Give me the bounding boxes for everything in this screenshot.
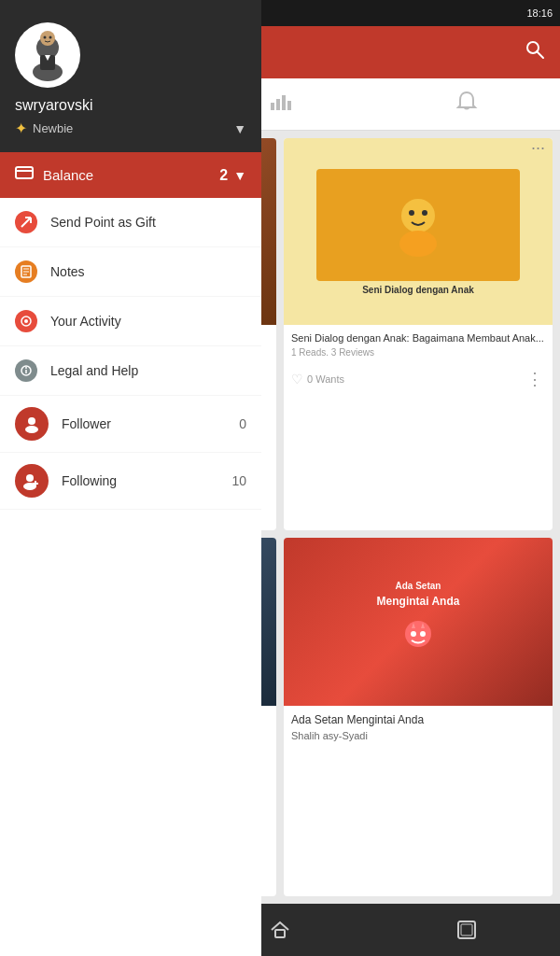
- svg-rect-12: [282, 95, 286, 110]
- more-options-button[interactable]: ···: [524, 131, 553, 165]
- notes-label: Notes: [50, 264, 246, 279]
- dropdown-arrow-icon[interactable]: ▼: [233, 121, 246, 136]
- balance-icon: [15, 163, 34, 187]
- heart-icon: ♡: [291, 372, 303, 387]
- svg-point-38: [25, 367, 27, 369]
- balance-left: Balance: [15, 163, 93, 187]
- book-info: Seni Dialog dengan Anak: Bagaimana Memba…: [284, 325, 553, 365]
- book-card[interactable]: Ada Setan Mengintai Anda: [284, 538, 553, 896]
- more-icon[interactable]: ⋮: [526, 369, 545, 389]
- follower-count: 0: [239, 416, 246, 431]
- send-point-label: Send Point as Gift: [50, 215, 246, 230]
- svg-point-14: [401, 199, 435, 232]
- chart-nav-icon[interactable]: [268, 90, 292, 120]
- following-count: 10: [231, 473, 246, 488]
- following-label: Following: [62, 473, 218, 488]
- search-icon[interactable]: [525, 39, 545, 65]
- balance-right: 2 ▼: [219, 167, 246, 184]
- svg-point-28: [49, 36, 52, 39]
- badge-icon: ✦: [15, 120, 27, 137]
- notes-menu-item[interactable]: Notes: [0, 247, 261, 297]
- drawer-profile: swryarovski ✦ Newbie ▼: [0, 0, 261, 152]
- wants-count: 0 Wants: [307, 373, 344, 385]
- badge-item: ✦ Newbie: [15, 120, 73, 137]
- book-cover-4: Ada Setan Mengintai Anda: [284, 538, 553, 706]
- drawer: swryarovski ✦ Newbie ▼ Balance 2 ▼ Send …: [0, 0, 261, 956]
- book-title: Seni Dialog dengan Anak: Bagaimana Memba…: [291, 332, 545, 344]
- svg-rect-11: [276, 99, 280, 110]
- status-time: 18:16: [526, 7, 553, 19]
- status-icons-right: 18:16: [526, 7, 553, 19]
- balance-dropdown-icon: ▼: [233, 168, 246, 183]
- your-activity-menu-item[interactable]: Your Activity: [0, 297, 261, 346]
- svg-point-15: [399, 231, 437, 257]
- svg-point-27: [44, 36, 47, 39]
- more-dots-icon: ···: [531, 138, 545, 158]
- svg-rect-13: [287, 101, 291, 110]
- notes-icon: [15, 260, 37, 283]
- svg-point-17: [422, 210, 427, 216]
- balance-row[interactable]: Balance 2 ▼: [0, 152, 261, 198]
- balance-count: 2: [219, 167, 228, 184]
- legal-icon: [15, 359, 37, 382]
- svg-rect-10: [271, 103, 274, 110]
- book-meta: 1 Reads. 3 Reviews: [291, 347, 545, 358]
- svg-point-26: [40, 31, 55, 46]
- wants-row: ♡ 0 Wants: [291, 372, 344, 387]
- svg-line-8: [537, 51, 543, 58]
- follower-label: Follower: [62, 416, 226, 431]
- svg-rect-48: [461, 924, 472, 935]
- svg-point-21: [420, 631, 426, 637]
- book-cover-2: Seni Dialog dengan Anak: [284, 138, 553, 325]
- following-icon: [15, 464, 49, 498]
- follower-item[interactable]: Follower 0: [0, 396, 261, 453]
- follower-icon: [15, 407, 49, 441]
- avatar-image: [20, 27, 76, 83]
- activity-label: Your Activity: [50, 314, 246, 329]
- activity-icon: [15, 310, 37, 332]
- book-card[interactable]: Seni Dialog dengan Anak Seni Dialog deng…: [284, 138, 553, 530]
- send-point-menu-item[interactable]: Send Point as Gift: [0, 198, 261, 247]
- svg-point-41: [25, 426, 38, 433]
- recent-apps-button[interactable]: [439, 904, 495, 956]
- book-info: Ada Setan Mengintai Anda Shalih asy-Syad…: [284, 706, 553, 752]
- svg-rect-46: [275, 930, 285, 937]
- badge-label: Newbie: [33, 121, 73, 135]
- svg-point-40: [28, 417, 35, 425]
- legal-help-menu-item[interactable]: Legal and Help: [0, 346, 261, 396]
- book-title: Ada Setan Mengintai Anda: [291, 713, 545, 726]
- profile-name: swryarovski: [15, 97, 93, 114]
- legal-label: Legal and Help: [50, 363, 246, 378]
- following-item[interactable]: Following 10: [0, 453, 261, 510]
- avatar[interactable]: [15, 22, 80, 88]
- book-footer: ♡ 0 Wants ⋮: [284, 365, 553, 397]
- bell-nav-icon[interactable]: [455, 90, 479, 120]
- svg-point-36: [24, 319, 28, 323]
- svg-rect-29: [16, 167, 33, 178]
- badge-row: ✦ Newbie ▼: [15, 120, 246, 137]
- svg-point-16: [409, 210, 414, 216]
- balance-label: Balance: [43, 167, 93, 183]
- send-point-icon: [15, 211, 37, 233]
- book-author: Shalih asy-Syadi: [291, 730, 545, 741]
- svg-point-20: [411, 631, 416, 637]
- svg-point-42: [26, 474, 34, 482]
